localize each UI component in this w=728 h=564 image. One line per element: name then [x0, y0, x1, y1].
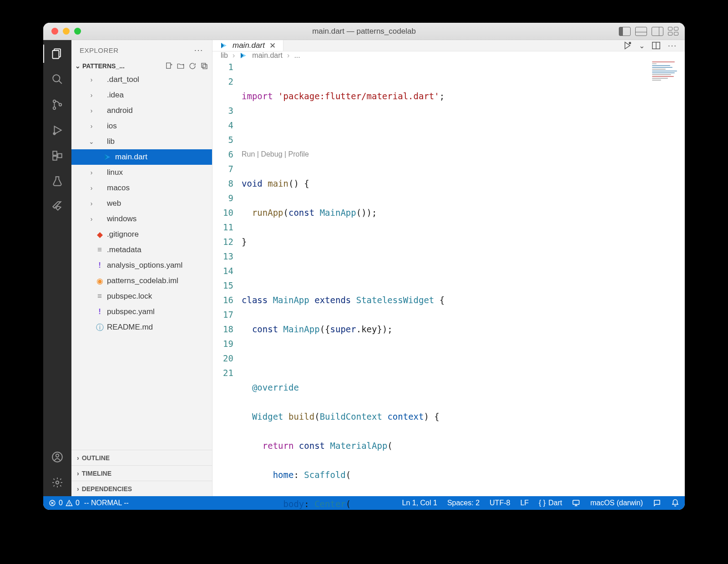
timeline-section[interactable]: ›TIMELINE — [71, 465, 212, 481]
md-icon: ⓘ — [95, 322, 104, 333]
new-file-icon[interactable] — [165, 62, 173, 70]
file-pubspec.yaml[interactable]: !pubspec.yaml — [71, 304, 212, 320]
tab-main-dart[interactable]: main.dart ✕ — [212, 40, 283, 51]
project-header[interactable]: ⌄ PATTERNS_... — [71, 60, 212, 72]
svg-point-5 — [53, 107, 56, 109]
code-lens[interactable]: Run | Debug | Profile — [242, 147, 639, 162]
chevron-right-icon: › — [77, 485, 79, 493]
dart-file-icon — [239, 51, 248, 60]
svg-point-6 — [59, 103, 61, 106]
svg-point-4 — [53, 100, 56, 102]
file-icon: ≡ — [95, 292, 104, 301]
flutter-icon[interactable] — [50, 199, 65, 214]
tree-item-label: pubspec.yaml — [107, 307, 155, 316]
file-pubspec.lock[interactable]: ≡pubspec.lock — [71, 289, 212, 304]
problems-indicator[interactable]: 0 0 — [49, 499, 80, 507]
run-debug-icon[interactable] — [50, 123, 65, 137]
tree-item-label: .metadata — [107, 245, 142, 254]
svg-rect-8 — [53, 151, 57, 155]
file-icon: ≡ — [95, 245, 104, 254]
code-editor[interactable]: 123456789101112131415161718192021 import… — [212, 60, 685, 510]
folder-android[interactable]: ›android — [71, 103, 212, 118]
project-actions — [165, 62, 208, 70]
editor-more-icon[interactable]: ⋯ — [667, 40, 677, 51]
tree-item-label: patterns_codelab.iml — [107, 276, 178, 285]
svg-rect-10 — [58, 154, 62, 158]
search-icon[interactable] — [50, 72, 65, 86]
minimap[interactable] — [652, 61, 681, 89]
folder-linux[interactable]: ›linux — [71, 165, 212, 180]
breadcrumb-file[interactable]: main.dart — [252, 51, 283, 60]
svg-rect-14 — [167, 63, 171, 68]
tree-item-label: lib — [107, 137, 115, 146]
file-README.md[interactable]: ⓘREADME.md — [71, 320, 212, 335]
titlebar: main.dart — patterns_codelab — [43, 23, 685, 40]
chevron-right-icon: › — [233, 51, 235, 60]
vscode-window: main.dart — patterns_codelab — [43, 23, 685, 510]
folder-.idea[interactable]: ›.idea — [71, 87, 212, 103]
toggle-panel-icon[interactable] — [635, 27, 647, 36]
file-.metadata[interactable]: ≡.metadata — [71, 242, 212, 258]
chevron-right-icon: › — [88, 76, 95, 83]
file-.gitignore[interactable]: ◆.gitignore — [71, 227, 212, 242]
outline-section[interactable]: ›OUTLINE — [71, 450, 212, 465]
dart-file-icon — [220, 41, 228, 50]
layout-controls — [619, 27, 678, 36]
tree-item-label: macos — [107, 183, 130, 193]
close-tab-icon[interactable]: ✕ — [269, 41, 276, 51]
svg-point-17 — [629, 42, 631, 44]
breadcrumb[interactable]: lib › main.dart › ... — [212, 51, 685, 60]
refresh-icon[interactable] — [188, 62, 197, 70]
folder-ios[interactable]: ›ios — [71, 118, 212, 134]
chevron-right-icon: › — [88, 200, 95, 207]
iml-icon: ◉ — [95, 276, 104, 286]
customize-layout-icon[interactable] — [668, 27, 678, 36]
new-folder-icon[interactable] — [177, 62, 185, 70]
code-content[interactable]: import 'package:flutter/material.dart'; … — [242, 60, 685, 510]
explorer-more-icon[interactable]: ⋯ — [194, 45, 204, 56]
chevron-right-icon: › — [77, 470, 79, 477]
explorer-icon[interactable] — [50, 46, 65, 61]
breadcrumb-more[interactable]: ... — [294, 51, 300, 60]
folder-windows[interactable]: ›windows — [71, 211, 212, 227]
tree-item-label: README.md — [107, 323, 153, 332]
chevron-right-icon: › — [88, 215, 95, 223]
folder-lib[interactable]: ⌄lib — [71, 134, 212, 149]
file-analysis_options.yaml[interactable]: !analysis_options.yaml — [71, 258, 212, 273]
extensions-icon[interactable] — [50, 148, 65, 163]
tree-item-label: analysis_options.yaml — [107, 261, 182, 270]
project-name: PATTERNS_... — [82, 62, 125, 70]
chevron-right-icon: › — [287, 51, 289, 60]
tree-item-label: android — [107, 106, 133, 115]
tree-item-label: .idea — [107, 91, 124, 100]
file-tree: ›.dart_tool›.idea›android›ios⌄libmain.da… — [71, 72, 212, 450]
svg-point-24 — [69, 505, 70, 505]
chevron-down-icon: ⌄ — [75, 62, 81, 70]
yaml-icon: ! — [95, 307, 104, 316]
folder-macos[interactable]: ›macos — [71, 180, 212, 196]
svg-rect-16 — [203, 65, 207, 69]
explorer-sidebar: EXPLORER ⋯ ⌄ PATTERNS_... ›.dart_tool›.i… — [71, 40, 212, 496]
run-file-icon[interactable] — [622, 41, 632, 51]
svg-rect-9 — [53, 156, 57, 160]
file-patterns_codelab.iml[interactable]: ◉patterns_codelab.iml — [71, 273, 212, 289]
folder-.dart_tool[interactable]: ›.dart_tool — [71, 72, 212, 87]
dependencies-section[interactable]: ›DEPENDENCIES — [71, 481, 212, 496]
settings-gear-icon[interactable] — [50, 475, 65, 490]
split-editor-icon[interactable] — [651, 41, 661, 51]
testing-icon[interactable] — [50, 174, 65, 188]
toggle-primary-sidebar-icon[interactable] — [619, 27, 631, 36]
collapse-all-icon[interactable] — [200, 62, 208, 70]
tree-item-label: .dart_tool — [107, 75, 139, 84]
chevron-down-icon[interactable]: ⌄ — [639, 41, 645, 50]
toggle-secondary-sidebar-icon[interactable] — [652, 27, 663, 36]
svg-point-13 — [56, 481, 59, 484]
svg-line-3 — [59, 81, 62, 84]
accounts-icon[interactable] — [50, 450, 65, 464]
file-main.dart[interactable]: main.dart — [71, 149, 212, 165]
tab-bar: main.dart ✕ ⌄ ⋯ — [212, 40, 685, 51]
folder-web[interactable]: ›web — [71, 196, 212, 211]
source-control-icon[interactable] — [50, 97, 65, 112]
breadcrumb-folder[interactable]: lib — [221, 51, 228, 60]
line-gutter: 123456789101112131415161718192021 — [212, 60, 242, 510]
